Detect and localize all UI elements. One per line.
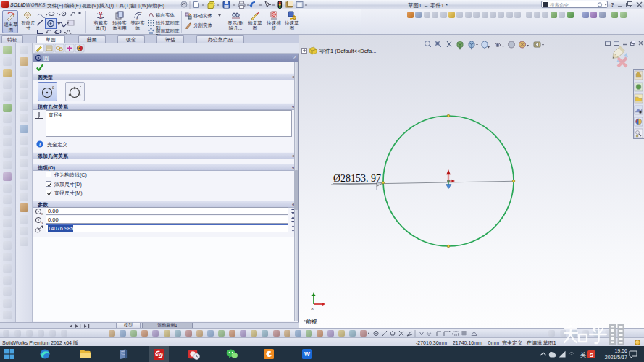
svg-text:y: y (41, 220, 43, 224)
svg-text:x: x (41, 211, 43, 216)
svg-text:2: 2 (52, 85, 54, 90)
svg-text:*前视: *前视 (304, 319, 317, 325)
svg-text:x: x (311, 306, 314, 311)
svg-text:S: S (590, 352, 594, 358)
svg-text:Ø28153. 97: Ø28153. 97 (333, 173, 381, 184)
svg-text:SW: SW (155, 352, 163, 357)
svg-text:W: W (304, 350, 310, 358)
svg-text:英: 英 (580, 351, 587, 358)
svg-text:零件1 (Default<<Defa...: 零件1 (Default<<Defa... (319, 48, 376, 54)
